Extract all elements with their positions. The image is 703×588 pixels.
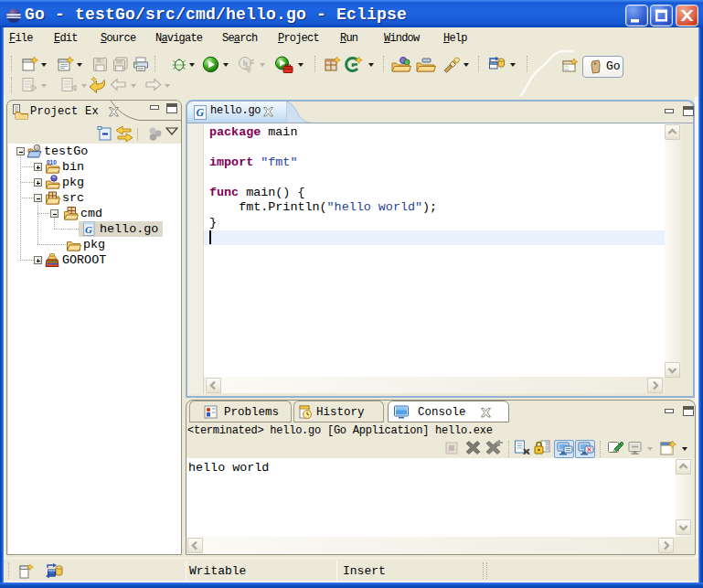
svg-text:G: G (197, 106, 205, 119)
svg-text:010: 010 (47, 159, 57, 166)
svg-text:G: G (85, 224, 92, 235)
